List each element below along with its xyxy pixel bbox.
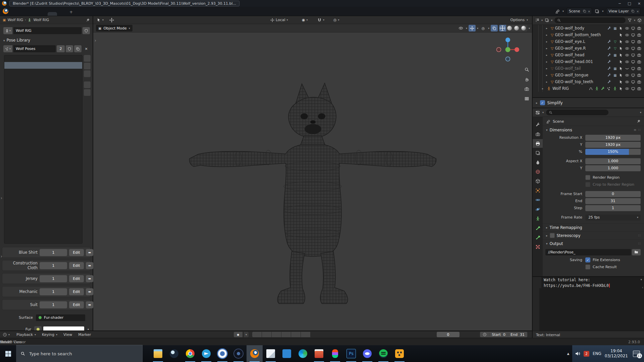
language-indicator[interactable]: ENG (593, 351, 601, 356)
property-field[interactable]: 1.000 ▾ (585, 165, 641, 171)
remove-button[interactable]: ▬ (86, 262, 93, 269)
output-panel-header[interactable]: ▾Output ∷ (543, 239, 644, 247)
use-preview-range-icon[interactable] (483, 333, 487, 337)
slider-value[interactable]: 1 (40, 275, 67, 282)
panel-arrow-icon[interactable]: ▸ (536, 101, 538, 105)
timeline-menu[interactable]: Marker ▾ (75, 333, 94, 337)
record-button[interactable]: ● (234, 332, 243, 337)
proportional-editing-icon[interactable]: ◎▾ (333, 16, 339, 24)
property-field[interactable]: File Extensions (585, 257, 641, 263)
editor-side-chevron[interactable]: ‹ (642, 286, 643, 289)
property-field[interactable]: Cache Result (585, 264, 641, 270)
filter-funnel-icon[interactable] (628, 18, 632, 22)
timeline-menu[interactable]: Keying ▾ (39, 333, 60, 337)
outliner-row[interactable]: ▸ ▽ GEO-wolf_top_teeth (546, 78, 644, 85)
disable-viewports-icon[interactable] (631, 53, 635, 57)
outliner-row[interactable]: ▸ ▽ GEO-wolf_tail ▦ (546, 65, 644, 72)
breadcrumb-data[interactable]: Wolf RIG (33, 18, 49, 22)
wolf-model[interactable] (188, 82, 439, 305)
timeline-editor-type-icon[interactable]: ▾ (3, 331, 10, 338)
pose-list-item[interactable] (4, 156, 82, 163)
simplify-checkbox[interactable] (540, 100, 545, 105)
new-collection-icon[interactable] (637, 18, 642, 22)
toolbar-expand-chevron[interactable]: › (95, 38, 96, 43)
expand-arrow-icon[interactable]: ▸ (546, 60, 549, 63)
expand-arrow-icon[interactable]: ▸ (546, 54, 549, 57)
discord-icon[interactable] (359, 345, 375, 362)
pivot-point-dropdown[interactable]: ◉▾ (302, 16, 308, 24)
unlink-library-icon[interactable]: × (83, 45, 90, 52)
gizmo-chevron[interactable]: ▾ (477, 27, 478, 30)
armature-name-field[interactable]: Wolf RIG (13, 27, 82, 34)
disable-viewports-icon[interactable] (631, 86, 635, 91)
pose-list-item[interactable] (4, 136, 82, 142)
checkbox[interactable] (585, 182, 590, 187)
selectable-cursor-icon[interactable] (619, 80, 623, 84)
pose-list-item[interactable] (4, 75, 82, 82)
material-shading-button[interactable] (513, 25, 520, 32)
topbar-menu[interactable] (30, 10, 36, 13)
close-button[interactable]: × (634, 0, 644, 7)
new-scene-icon[interactable] (583, 9, 586, 13)
disable-render-icon[interactable] (637, 60, 641, 64)
outliner-row[interactable]: ▸ ▽ GEO-wolf_bottom_teeth (546, 32, 644, 38)
remove-button[interactable]: ▬ (86, 275, 93, 282)
pose-list-item[interactable] (4, 69, 82, 75)
property-field[interactable]: 1920 px ▾ (585, 135, 641, 141)
stereoscopy-checkbox[interactable] (550, 233, 555, 238)
view-layer-tab[interactable] (533, 148, 543, 157)
pose-list-item[interactable] (4, 236, 82, 243)
expand-arrow-icon[interactable]: ▸ (546, 40, 549, 43)
outliner-search-field[interactable] (554, 17, 626, 23)
shading-chevron[interactable]: ▾ (529, 27, 530, 30)
edge-icon[interactable] (295, 345, 311, 362)
transport-button[interactable] (281, 332, 291, 337)
new-view-layer-icon[interactable] (631, 9, 635, 13)
start-value[interactable]: 0 (503, 333, 505, 337)
checkbox[interactable] (585, 175, 590, 180)
property-field[interactable]: Crop to Render Region ▾ (585, 182, 641, 188)
presets-icon[interactable]: ≡ ∷ (634, 128, 641, 132)
visibility-chevron[interactable]: ▾ (466, 27, 467, 30)
minimize-button[interactable]: ─ (615, 0, 625, 7)
pose-list-item[interactable] (4, 89, 82, 96)
transport-button[interactable] (291, 332, 301, 337)
selectable-cursor-icon[interactable] (619, 60, 623, 64)
pose-list-item[interactable] (4, 122, 82, 129)
edit-button[interactable]: Edit (69, 249, 84, 256)
expand-arrow-icon[interactable]: ▸ (546, 80, 549, 83)
scene-selector[interactable]: Scene × (567, 8, 592, 15)
hide-viewport-eye-icon[interactable] (625, 40, 629, 44)
outliner-scene-chevron[interactable]: ▾ (551, 19, 552, 22)
panel-drag-handle[interactable]: ∷ (638, 242, 641, 245)
topbar-menu[interactable] (17, 10, 23, 13)
expand-arrow-icon[interactable]: ▸ (546, 27, 549, 30)
simplify-label[interactable]: Simplify (547, 101, 563, 105)
pose-list-item[interactable] (4, 55, 82, 62)
selectable-cursor-icon[interactable] (619, 86, 623, 91)
pose-list-item[interactable] (4, 149, 82, 156)
property-field[interactable]: 1 ▾ (585, 205, 641, 211)
vscode-icon[interactable] (279, 345, 295, 362)
disable-viewports-icon[interactable] (631, 73, 635, 77)
pose-list-item[interactable] (4, 62, 82, 69)
disable-viewports-icon[interactable] (631, 26, 635, 31)
overlays-chevron[interactable]: ▾ (488, 27, 489, 30)
xray-toggle[interactable] (491, 25, 498, 32)
armature-data-tab[interactable] (533, 214, 543, 223)
view-layer-selector[interactable]: View Layer × (606, 8, 641, 15)
pan-hand-icon[interactable] (524, 77, 529, 82)
surface-material-field[interactable]: Fur-shader (36, 314, 85, 321)
collection-tab[interactable] (533, 177, 543, 185)
panel-expand-chevron[interactable]: › (1, 196, 2, 200)
text-editor-line[interactable]: 1 Watch tutorial here: (533, 277, 644, 283)
app-red-icon[interactable] (311, 345, 327, 362)
texture-tab[interactable] (533, 242, 543, 251)
pose-list-tool-button[interactable] (84, 89, 91, 96)
disable-render-icon[interactable] (637, 33, 641, 37)
tray-expand-chevron[interactable]: ▲ (564, 352, 572, 355)
pose-list-tool-button[interactable] (84, 55, 91, 62)
time-remapping-panel-header[interactable]: ▸Time Remapping (543, 223, 644, 231)
selectable-cursor-icon[interactable] (619, 66, 623, 71)
edit-button[interactable]: Edit (69, 262, 84, 269)
